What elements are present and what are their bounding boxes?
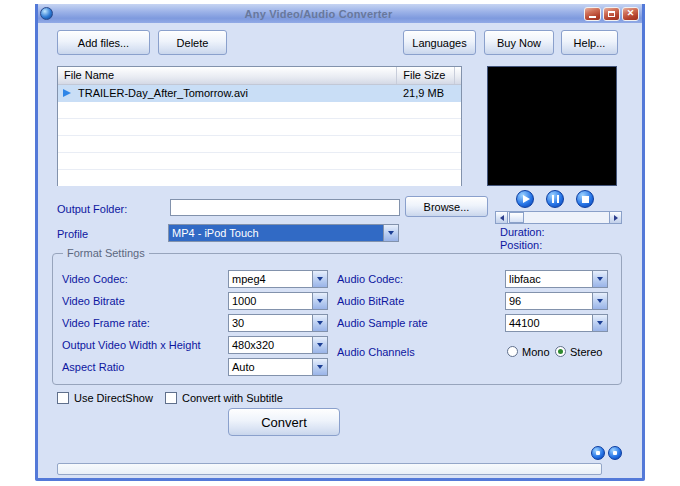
file-list-header[interactable]: File Name File Size [58, 67, 461, 85]
file-row-selected[interactable]: TRAILER-Day_After_Tomorrow.avi 21,9 MB [58, 85, 461, 102]
close-icon: ✕ [627, 9, 635, 18]
audio-samplerate-label: Audio Sample rate [337, 317, 428, 329]
video-framerate-value: 30 [229, 315, 312, 331]
maximize-icon [608, 11, 615, 17]
profile-combo[interactable]: MP4 - iPod Touch [168, 224, 399, 242]
column-header-file-size[interactable]: File Size [397, 67, 455, 84]
mini-glyph-icon [613, 451, 617, 455]
output-folder-label: Output Folder: [57, 203, 127, 215]
mono-label[interactable]: Mono [522, 346, 550, 358]
maximize-button[interactable] [603, 7, 620, 21]
mini-glyph-icon [596, 451, 600, 455]
bottom-right-button-1[interactable] [591, 446, 605, 460]
file-name-cell: TRAILER-Day_After_Tomorrow.avi [78, 87, 248, 99]
audio-bitrate-dropdown-button[interactable] [592, 293, 607, 309]
video-framerate-dropdown-button[interactable] [312, 315, 327, 331]
profile-value: MP4 - iPod Touch [169, 225, 383, 241]
chevron-down-icon [597, 277, 603, 281]
column-header-spacer [455, 67, 461, 84]
browse-button[interactable]: Browse... [405, 196, 488, 217]
video-codec-value: mpeg4 [229, 271, 312, 287]
audio-codec-dropdown-button[interactable] [592, 271, 607, 287]
file-arrow-icon [63, 89, 71, 97]
stop-button[interactable] [576, 190, 594, 208]
video-framerate-combo[interactable]: 30 [228, 314, 328, 332]
play-icon [523, 195, 530, 203]
audio-codec-value: libfaac [506, 271, 592, 287]
chevron-down-icon [597, 321, 603, 325]
seek-thumb[interactable] [509, 212, 524, 223]
convert-with-subtitle-label[interactable]: Convert with Subtitle [182, 392, 283, 404]
chevron-down-icon [317, 299, 323, 303]
help-button[interactable]: Help... [561, 30, 618, 55]
audio-codec-combo[interactable]: libfaac [505, 270, 608, 288]
aspect-ratio-value: Auto [229, 359, 312, 375]
file-list[interactable]: File Name File Size TRAILER-Day_After_To… [57, 66, 462, 186]
pause-button[interactable] [546, 190, 564, 208]
video-bitrate-dropdown-button[interactable] [312, 293, 327, 309]
app-window: Any Video/Audio Converter ✕ Add files...… [35, 4, 645, 481]
aspect-ratio-combo[interactable]: Auto [228, 358, 328, 376]
minimize-button[interactable] [584, 7, 601, 21]
video-codec-dropdown-button[interactable] [312, 271, 327, 287]
chevron-down-icon [388, 231, 394, 235]
stop-icon [582, 196, 589, 203]
seek-right-button[interactable] [609, 211, 622, 224]
audio-codec-label: Audio Codec: [337, 273, 403, 285]
languages-button[interactable]: Languages [403, 30, 476, 55]
delete-button[interactable]: Delete [158, 30, 227, 55]
bottom-right-button-2[interactable] [608, 446, 622, 460]
audio-bitrate-value: 96 [506, 293, 592, 309]
seek-bar[interactable] [495, 211, 622, 224]
checkbox-convert-with-subtitle[interactable] [165, 392, 177, 404]
audio-channels-label: Audio Channels [337, 346, 415, 358]
arrow-left-icon [500, 215, 504, 221]
chevron-down-icon [317, 365, 323, 369]
position-label: Position: [500, 239, 542, 251]
radio-stereo[interactable] [555, 346, 566, 357]
seek-track[interactable] [508, 211, 609, 224]
file-list-body[interactable]: TRAILER-Day_After_Tomorrow.avi 21,9 MB [58, 85, 461, 186]
video-framerate-label: Video Frame rate: [62, 317, 150, 329]
seek-left-button[interactable] [495, 211, 508, 224]
app-icon [40, 7, 53, 20]
close-button[interactable]: ✕ [622, 7, 639, 21]
output-size-dropdown-button[interactable] [312, 337, 327, 353]
profile-dropdown-button[interactable] [383, 225, 398, 241]
progress-bar [57, 463, 602, 475]
output-size-label: Output Video Width x Height [62, 339, 201, 351]
stereo-label[interactable]: Stereo [570, 346, 602, 358]
chevron-down-icon [317, 321, 323, 325]
buy-now-button[interactable]: Buy Now [484, 30, 554, 55]
audio-bitrate-combo[interactable]: 96 [505, 292, 608, 310]
aspect-ratio-dropdown-button[interactable] [312, 359, 327, 375]
use-directshow-label[interactable]: Use DirectShow [74, 392, 153, 404]
checkbox-use-directshow[interactable] [57, 392, 69, 404]
column-header-file-name[interactable]: File Name [58, 67, 397, 84]
output-size-value: 480x320 [229, 337, 312, 353]
audio-samplerate-value: 44100 [506, 315, 592, 331]
output-folder-input[interactable] [170, 199, 400, 216]
minimize-icon [589, 16, 596, 18]
window-controls: ✕ [584, 7, 639, 21]
radio-selected-dot [558, 349, 563, 354]
window-title: Any Video/Audio Converter [53, 8, 584, 20]
radio-mono[interactable] [507, 346, 518, 357]
audio-bitrate-label: Audio BitRate [337, 295, 404, 307]
video-codec-label: Video Codec: [62, 273, 128, 285]
chevron-down-icon [597, 299, 603, 303]
add-files-button[interactable]: Add files... [57, 30, 150, 55]
play-button[interactable] [516, 190, 534, 208]
chevron-down-icon [317, 343, 323, 347]
video-bitrate-value: 1000 [229, 293, 312, 309]
video-codec-combo[interactable]: mpeg4 [228, 270, 328, 288]
chevron-down-icon [317, 277, 323, 281]
video-bitrate-combo[interactable]: 1000 [228, 292, 328, 310]
output-size-combo[interactable]: 480x320 [228, 336, 328, 354]
convert-button[interactable]: Convert [228, 408, 340, 436]
format-settings-title: Format Settings [63, 247, 149, 259]
titlebar[interactable]: Any Video/Audio Converter ✕ [35, 4, 645, 23]
video-bitrate-label: Video Bitrate [62, 295, 125, 307]
audio-samplerate-combo[interactable]: 44100 [505, 314, 608, 332]
audio-samplerate-dropdown-button[interactable] [592, 315, 607, 331]
